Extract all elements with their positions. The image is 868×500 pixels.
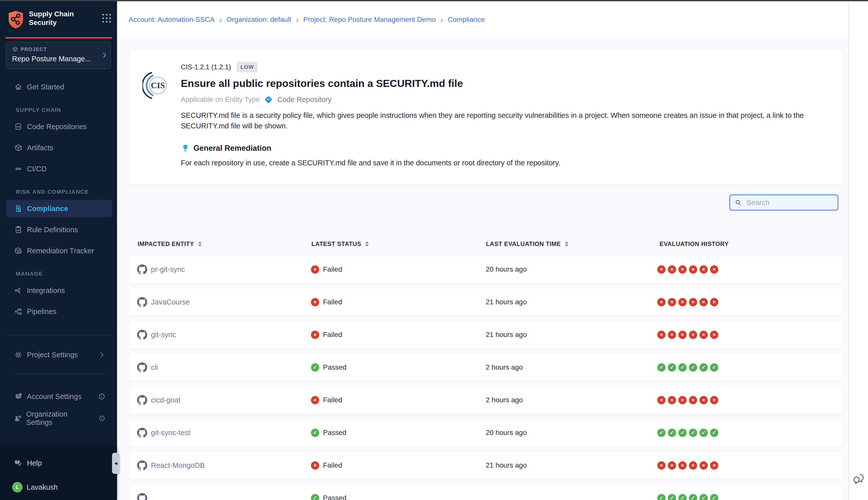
- applicable-row: Applicable on Entity Type </> Code Repos…: [181, 94, 828, 104]
- failed-eval-icon: ×: [668, 331, 676, 339]
- failed-eval-icon: ×: [689, 265, 697, 274]
- table-row[interactable]: React-MongoDB × Failed 21 hours ago ××××…: [129, 451, 843, 479]
- entity-name[interactable]: cicd-goat: [151, 396, 181, 404]
- column-header[interactable]: LAST EVALUATION TIME: [477, 240, 650, 248]
- sort-icon[interactable]: [198, 241, 202, 247]
- sidebar-item-compliance[interactable]: Compliance: [6, 200, 112, 217]
- status-label: Passed: [323, 494, 346, 500]
- passed-eval-icon: ✓: [710, 494, 718, 500]
- last-evaluation-time: 21 hours ago: [486, 331, 527, 339]
- entity-name[interactable]: git-sync-test: [151, 429, 190, 437]
- entity-name[interactable]: React-MongoDB: [151, 461, 205, 469]
- failed-eval-icon: ×: [710, 396, 718, 404]
- passed-eval-icon: ✓: [710, 429, 718, 437]
- apps-grid-icon[interactable]: [102, 14, 111, 23]
- applicable-label: Applicable on Entity Type: [181, 95, 260, 103]
- entity-name[interactable]: pr-git-sync: [151, 265, 185, 274]
- failed-eval-icon: ×: [699, 331, 708, 339]
- project-name: Repo Posture Manage...: [12, 55, 101, 63]
- table-row[interactable]: pr-git-sync × Failed 20 hours ago ××××××: [129, 255, 843, 283]
- passed-eval-icon: ✓: [668, 363, 676, 372]
- org-gear-icon: [14, 414, 22, 423]
- user-menu[interactable]: L Lavakush: [6, 482, 112, 492]
- project-selector[interactable]: PROJECT Repo Posture Manage...: [6, 42, 111, 69]
- sidebar-item-label: Integrations: [27, 286, 65, 295]
- column-header[interactable]: LATEST STATUS: [302, 240, 477, 248]
- sidebar-item-rule-definitions[interactable]: Rule Definitions: [6, 221, 112, 238]
- sort-icon[interactable]: [365, 241, 369, 247]
- sidebar-item-project-settings[interactable]: Project Settings: [6, 346, 112, 364]
- breadcrumb-link[interactable]: Compliance: [448, 15, 485, 24]
- user-name: Lavakush: [27, 483, 58, 491]
- sidebar-item-account-settings[interactable]: Account Settings: [6, 388, 112, 405]
- last-evaluation-time: 2 hours ago: [486, 363, 523, 371]
- sidebar-collapse-handle[interactable]: ◀: [112, 453, 119, 474]
- status-label: Failed: [323, 265, 342, 273]
- failed-eval-icon: ×: [699, 265, 708, 274]
- failed-eval-icon: ×: [710, 265, 718, 274]
- sidebar-item-label: Compliance: [27, 205, 68, 213]
- brand-title-line2: Security: [29, 18, 102, 27]
- failed-status-icon: ×: [311, 331, 319, 339]
- sidebar: Supply Chain Security PROJECT Repo Postu…: [0, 1, 117, 500]
- lightbulb-icon: [181, 144, 190, 153]
- failed-eval-icon: ×: [689, 461, 697, 469]
- sidebar-item-ci-cd[interactable]: CI/CD: [6, 160, 112, 178]
- severity-badge: LOW: [236, 62, 258, 72]
- remediation-text: For each repository in use, create a SEC…: [181, 159, 828, 167]
- entity-name[interactable]: git-sync: [151, 331, 176, 339]
- clipboard-check-icon: [14, 225, 23, 234]
- failed-eval-icon: ×: [679, 396, 687, 404]
- github-icon: [137, 330, 147, 340]
- sidebar-item-help[interactable]: ? Help: [6, 454, 112, 472]
- table-row[interactable]: git-sync × Failed 21 hours ago ××××××: [129, 321, 843, 349]
- sort-icon[interactable]: [565, 241, 568, 247]
- failed-eval-icon: ×: [710, 331, 718, 339]
- gear-icon: [14, 351, 23, 359]
- sidebar-item-get-started[interactable]: Get Started: [6, 78, 112, 96]
- supply-chain-security-shield-logo: [7, 8, 25, 32]
- home-icon: [14, 83, 23, 91]
- sidebar-item-pipelines[interactable]: Pipelines: [6, 303, 112, 320]
- table-row[interactable]: cli ✓ Passed 2 hours ago ✓✓✓✓✓✓: [129, 353, 843, 382]
- svg-text:</>: </>: [266, 98, 270, 101]
- table-row[interactable]: git-sync-test ✓ Passed 20 hours ago ✓✓✓✓…: [129, 419, 843, 447]
- failed-status-icon: ×: [311, 396, 319, 404]
- status-label: Failed: [323, 396, 342, 404]
- passed-eval-icon: ✓: [679, 494, 687, 500]
- table-header: IMPACTED ENTITY LATEST STATUS LAST EVALU…: [129, 238, 843, 250]
- failed-status-icon: ×: [311, 461, 319, 469]
- sidebar-item-code-repositories[interactable]: Code Repositories: [6, 118, 112, 135]
- column-header[interactable]: IMPACTED ENTITY: [129, 240, 302, 248]
- passed-status-icon: ✓: [311, 429, 319, 437]
- table-row[interactable]: JavaCourse × Failed 21 hours ago ××××××: [129, 288, 843, 316]
- table-row[interactable]: cicd-goat × Failed 2 hours ago ××××××: [129, 386, 843, 414]
- sidebar-item-integrations[interactable]: Integrations: [6, 282, 112, 299]
- failed-eval-icon: ×: [699, 461, 708, 469]
- status-label: Failed: [323, 461, 342, 469]
- failed-eval-icon: ×: [657, 298, 666, 306]
- entity-name[interactable]: JavaCourse: [151, 298, 190, 306]
- entity-name[interactable]: cli: [151, 363, 158, 372]
- passed-eval-icon: ✓: [679, 429, 687, 437]
- chat-bubbles-icon[interactable]: [852, 472, 866, 486]
- search-box[interactable]: [729, 194, 838, 211]
- failed-eval-icon: ×: [657, 396, 666, 404]
- table-row[interactable]: ✓ Passed ✓✓✓✓✓✓: [129, 484, 843, 500]
- failed-eval-icon: ×: [668, 461, 676, 469]
- failed-eval-icon: ×: [689, 298, 697, 306]
- sidebar-divider: [12, 374, 106, 374]
- rule-description: SECURITY.md file is a security policy fi…: [181, 110, 828, 131]
- column-header[interactable]: EVALUATION HISTORY: [650, 240, 843, 248]
- sidebar-item-remediation-tracker[interactable]: Remediation Tracker: [6, 242, 112, 260]
- breadcrumb-link[interactable]: Account: Automation-SSCA: [129, 15, 215, 24]
- search-input[interactable]: [746, 198, 841, 207]
- entity-type-label[interactable]: Code Repository: [277, 95, 332, 104]
- right-rail: [848, 1, 868, 500]
- sidebar-section-heading: RISK AND COMPLIANCE: [16, 189, 112, 195]
- sidebar-item-artifacts[interactable]: Artifacts: [6, 139, 112, 157]
- breadcrumb-link[interactable]: Project: Repo Posture Management Demo: [303, 15, 436, 24]
- passed-status-icon: ✓: [311, 363, 319, 372]
- sidebar-item-organization-settings[interactable]: Organization Settings: [6, 410, 112, 427]
- breadcrumb-link[interactable]: Organization: default: [227, 15, 291, 24]
